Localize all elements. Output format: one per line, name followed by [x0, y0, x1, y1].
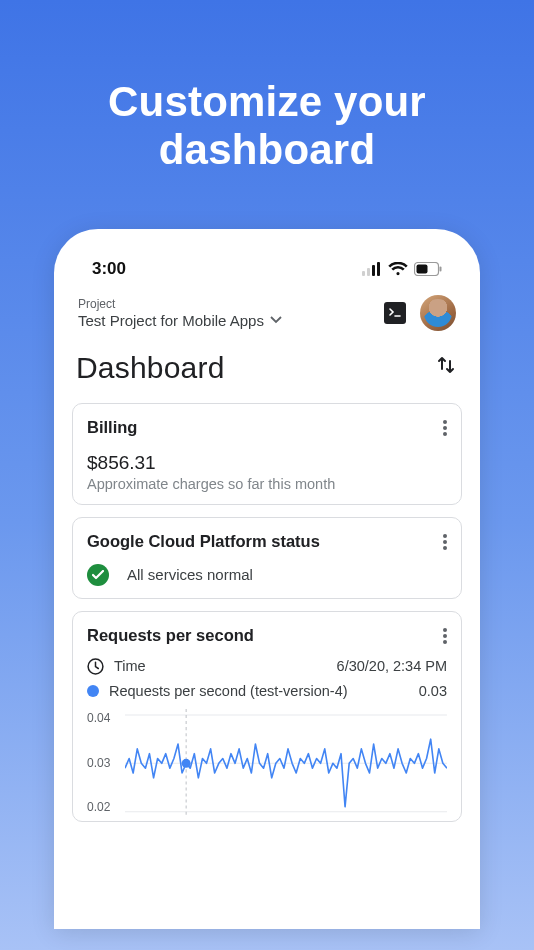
status-bar: 3:00: [72, 251, 462, 293]
svg-rect-0: [362, 271, 365, 276]
hero-heading: Customize your dashboard: [108, 78, 426, 175]
series-dot-icon: [87, 685, 99, 697]
gcp-status-title: Google Cloud Platform status: [87, 532, 320, 551]
billing-caption: Approximate charges so far this month: [87, 476, 447, 492]
project-row: Project Test Project for Mobile Apps: [72, 293, 462, 341]
rps-chart: 0.04 0.03 0.02: [87, 709, 447, 817]
avatar[interactable]: [420, 295, 456, 331]
battery-icon: [414, 262, 442, 276]
phone-frame: 3:00 Project Test Project for Mobile App…: [54, 229, 480, 929]
status-time: 3:00: [92, 259, 126, 279]
hero-line1: Customize your: [108, 78, 426, 125]
rps-time-label: Time: [114, 658, 146, 674]
project-selector[interactable]: Project Test Project for Mobile Apps: [78, 297, 282, 329]
wifi-icon: [388, 262, 408, 276]
rps-series-value: 0.03: [419, 683, 447, 699]
cloud-shell-button[interactable]: [384, 302, 406, 324]
chevron-down-icon: [270, 316, 282, 324]
svg-rect-1: [367, 268, 370, 276]
svg-rect-3: [377, 262, 380, 276]
ytick-0-02: 0.02: [87, 800, 110, 814]
page-title: Dashboard: [76, 351, 225, 385]
rps-more-button[interactable]: [443, 626, 447, 646]
billing-title: Billing: [87, 418, 137, 437]
svg-point-13: [182, 758, 191, 767]
terminal-icon: [389, 308, 401, 318]
rps-card[interactable]: Requests per second Time 6/30/20, 2:34 P…: [72, 611, 462, 822]
cellular-icon: [362, 262, 382, 276]
rps-title: Requests per second: [87, 626, 254, 645]
ytick-0-04: 0.04: [87, 711, 110, 725]
rps-series-label: Requests per second (test-version-4): [109, 683, 348, 699]
svg-rect-6: [440, 266, 442, 271]
ytick-0-03: 0.03: [87, 756, 110, 770]
billing-card[interactable]: Billing $856.31 Approximate charges so f…: [72, 403, 462, 505]
project-name: Test Project for Mobile Apps: [78, 312, 264, 329]
rps-time-value: 6/30/20, 2:34 PM: [337, 658, 447, 674]
gcp-status-more-button[interactable]: [443, 532, 447, 552]
gcp-status-message: All services normal: [127, 566, 253, 583]
gcp-status-card[interactable]: Google Cloud Platform status All service…: [72, 517, 462, 599]
reorder-button[interactable]: [436, 355, 456, 381]
billing-amount: $856.31: [87, 452, 447, 474]
check-circle-icon: [87, 564, 109, 586]
clock-icon: [87, 658, 104, 675]
hero-line2: dashboard: [159, 126, 376, 173]
project-label: Project: [78, 297, 282, 311]
dashboard-header: Dashboard: [72, 341, 462, 403]
swap-vert-icon: [436, 355, 456, 375]
status-icons: [362, 262, 442, 276]
svg-rect-5: [417, 264, 428, 273]
billing-more-button[interactable]: [443, 418, 447, 438]
svg-rect-2: [372, 265, 375, 276]
rps-chart-svg: [125, 709, 447, 818]
